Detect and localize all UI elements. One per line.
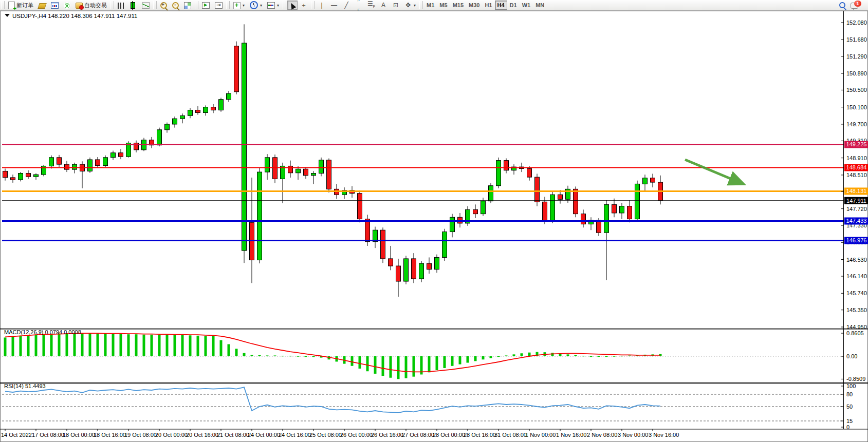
candle-body[interactable] xyxy=(389,259,393,266)
candle-body[interactable] xyxy=(103,158,108,166)
search-button[interactable] xyxy=(837,1,848,10)
timeframe-button-mn[interactable]: MN xyxy=(533,1,547,10)
candle-body[interactable] xyxy=(257,172,262,260)
candle-body[interactable] xyxy=(157,130,162,145)
candle-body[interactable] xyxy=(543,202,547,221)
candle-body[interactable] xyxy=(450,217,455,232)
tile-windows-button[interactable] xyxy=(181,1,194,10)
candle-body[interactable] xyxy=(188,110,193,116)
candle-body[interactable] xyxy=(473,209,478,214)
candle-body[interactable] xyxy=(119,153,123,157)
candle-body[interactable] xyxy=(427,263,432,270)
text-button[interactable]: A xyxy=(377,1,390,10)
candle-body[interactable] xyxy=(550,195,555,221)
candle-body[interactable] xyxy=(204,107,208,113)
candle-body[interactable] xyxy=(612,204,617,213)
candle-body[interactable] xyxy=(535,177,540,202)
candle-body[interactable] xyxy=(481,201,486,214)
zoom-out-button[interactable] xyxy=(170,1,181,10)
candle-body[interactable] xyxy=(489,186,493,201)
arrows-button[interactable]: ✥▾ xyxy=(402,1,418,10)
candle-body[interactable] xyxy=(597,220,601,233)
candle-body[interactable] xyxy=(242,43,247,251)
chart-canvas[interactable]: USDJPY-,H4 148.220 148.306 147.911 147.9… xyxy=(0,11,868,442)
auto-trading-button[interactable]: 自动交易 xyxy=(73,1,109,10)
candle-body[interactable] xyxy=(381,230,385,259)
candle-body[interactable] xyxy=(11,178,15,180)
candle-body[interactable] xyxy=(419,263,424,279)
candle-body[interactable] xyxy=(227,93,231,100)
candle-body[interactable] xyxy=(627,206,632,219)
timeframe-button-m15[interactable]: M15 xyxy=(450,1,466,10)
line-chart-button[interactable] xyxy=(139,1,152,10)
vertical-line-button[interactable]: | xyxy=(316,1,328,10)
timeframe-button-h1[interactable]: H1 xyxy=(482,1,494,10)
timeframe-button-h4[interactable]: H4 xyxy=(495,1,507,10)
candle-body[interactable] xyxy=(273,158,278,179)
new-chart-button[interactable] xyxy=(36,1,48,10)
cursor-button[interactable] xyxy=(287,1,298,10)
candle-body[interactable] xyxy=(311,174,316,176)
indicators-button[interactable]: ▾ xyxy=(231,1,247,10)
candle-body[interactable] xyxy=(435,257,439,269)
candle-body[interactable] xyxy=(643,178,648,184)
candle-body[interactable] xyxy=(19,174,23,180)
fibonacci-button[interactable]: ☰ xyxy=(365,1,377,10)
new-order-button[interactable]: 新订单 xyxy=(6,1,36,10)
candle-body[interactable] xyxy=(165,124,170,130)
candle-body[interactable] xyxy=(173,119,177,124)
candle-body[interactable] xyxy=(49,158,54,166)
candle-body[interactable] xyxy=(581,214,586,224)
candle-body[interactable] xyxy=(34,175,39,177)
candle-body[interactable] xyxy=(635,184,640,219)
candle-body[interactable] xyxy=(496,161,501,186)
candle-body[interactable] xyxy=(319,160,324,174)
candle-body[interactable] xyxy=(72,164,77,169)
channel-button[interactable]: 〃 xyxy=(353,1,365,10)
candle-body[interactable] xyxy=(574,189,578,214)
timeframe-button-m1[interactable]: M1 xyxy=(424,1,437,10)
candle-body[interactable] xyxy=(65,164,69,169)
text-label-button[interactable]: ⊡ xyxy=(390,1,402,10)
auto-scroll-button[interactable] xyxy=(199,1,212,10)
candle-body[interactable] xyxy=(304,169,308,175)
notifications-button[interactable]: 1 xyxy=(848,1,861,10)
candle-body[interactable] xyxy=(180,116,185,119)
periods-button[interactable]: ▾ xyxy=(247,1,265,10)
candle-body[interactable] xyxy=(412,259,416,279)
candle-body[interactable] xyxy=(296,169,301,172)
candle-body[interactable] xyxy=(604,204,609,233)
candle-body[interactable] xyxy=(527,168,532,177)
candle-body[interactable] xyxy=(234,46,239,92)
bar-chart-button[interactable] xyxy=(115,1,126,10)
candle-body[interactable] xyxy=(358,194,362,219)
candle-body[interactable] xyxy=(57,158,62,164)
candle-body[interactable] xyxy=(126,143,131,157)
candle-body[interactable] xyxy=(96,160,100,166)
profiles-button[interactable] xyxy=(48,1,61,10)
zoom-in-button[interactable] xyxy=(158,1,170,10)
candle-body[interactable] xyxy=(365,219,370,242)
candle-body[interactable] xyxy=(651,178,655,182)
timeframe-button-w1[interactable]: W1 xyxy=(520,1,533,10)
candle-body[interactable] xyxy=(504,161,509,170)
candle-body[interactable] xyxy=(396,266,401,281)
candle-body[interactable] xyxy=(219,100,224,110)
candle-body[interactable] xyxy=(327,160,331,189)
horizontal-line-button[interactable]: — xyxy=(328,1,340,10)
candle-body[interactable] xyxy=(211,107,216,110)
candle-body[interactable] xyxy=(3,171,8,177)
candle-body[interactable] xyxy=(111,153,116,158)
templates-button[interactable]: ▾ xyxy=(265,1,282,10)
candle-body[interactable] xyxy=(196,110,200,112)
signals-button[interactable] xyxy=(61,1,73,10)
candle-body[interactable] xyxy=(442,232,447,258)
timeframe-button-m30[interactable]: M30 xyxy=(466,1,482,10)
candle-body[interactable] xyxy=(404,259,409,281)
timeframe-button-m5[interactable]: M5 xyxy=(437,1,450,10)
timeframe-button-d1[interactable]: D1 xyxy=(507,1,520,10)
crosshair-button[interactable]: ＋ xyxy=(298,1,310,10)
candle-body[interactable] xyxy=(26,174,31,177)
candle-body[interactable] xyxy=(558,195,563,199)
candle-body[interactable] xyxy=(265,158,270,172)
